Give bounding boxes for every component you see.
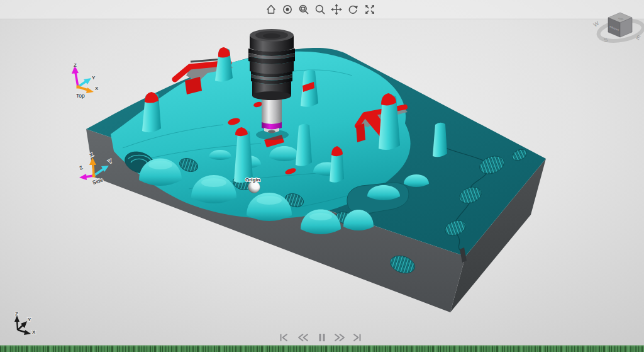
timeline-highlight xyxy=(0,346,644,347)
triad-corner-z-label: Z xyxy=(15,311,18,317)
timeline-bar[interactable] xyxy=(0,346,644,352)
triad-top-name[interactable]: Top xyxy=(76,93,85,99)
triad-top-x-label: X xyxy=(95,86,99,91)
origin-label: Origin xyxy=(245,177,260,183)
origin-sphere xyxy=(248,181,260,193)
app-window: W S E TOP FRONT xyxy=(0,0,644,352)
triad-corner-x-label: X xyxy=(32,329,36,335)
triad-corner-y-label: Y xyxy=(28,317,31,322)
triad-top-z-label: Z xyxy=(74,62,77,68)
simulation-timeline[interactable] xyxy=(0,346,644,352)
top-toolbar-strip xyxy=(0,0,644,19)
triad-top-y-label: Y xyxy=(92,75,96,81)
